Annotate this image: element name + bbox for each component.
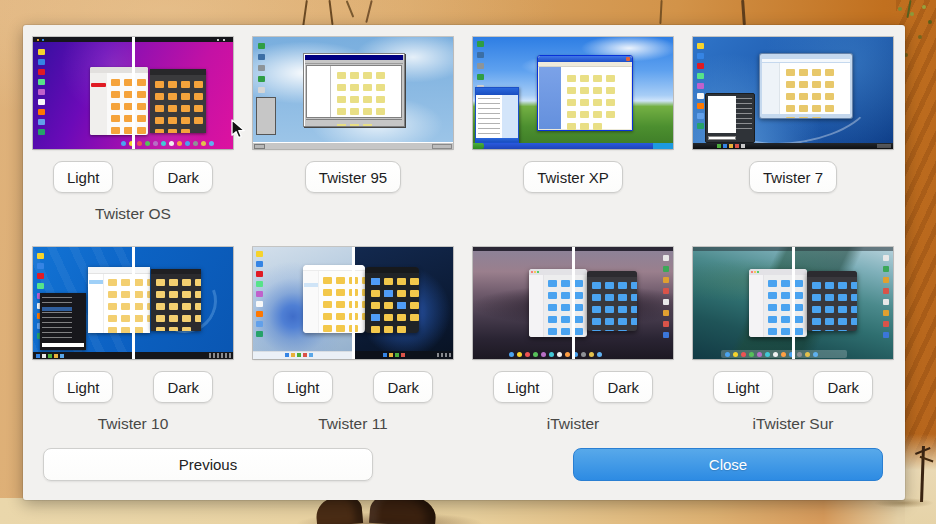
light-button[interactable]: Light bbox=[53, 371, 114, 403]
taskbar bbox=[253, 142, 453, 149]
variant-buttons: Twister 7 bbox=[693, 161, 893, 193]
window-titlebar bbox=[807, 271, 857, 277]
twig bbox=[302, 0, 308, 27]
theme-name-label: Twister 10 bbox=[33, 415, 233, 435]
light-button[interactable]: Light bbox=[713, 371, 774, 403]
variant-buttons: Light Dark bbox=[33, 161, 233, 193]
dark-button[interactable]: Dark bbox=[593, 371, 653, 403]
theme-tile-twister-7: Twister 7 bbox=[693, 37, 893, 193]
folder-grid bbox=[156, 279, 165, 286]
window-titlebar bbox=[151, 269, 201, 274]
selected-item-highlight bbox=[89, 280, 103, 284]
theme-name-label: Twister OS bbox=[33, 205, 233, 225]
theme-switcher-dialog: Light Dark Twister OS Twist bbox=[23, 25, 905, 500]
theme-tile-itwister: Light Dark iTwister bbox=[473, 247, 673, 435]
folder-tree-pane bbox=[307, 66, 331, 117]
theme-preview-twister-11 bbox=[253, 247, 453, 359]
variant-buttons: Twister XP bbox=[473, 161, 673, 193]
theme-preview-twister-95 bbox=[253, 37, 453, 149]
finder-window-dark bbox=[587, 271, 637, 331]
light-button[interactable]: Light bbox=[53, 161, 114, 193]
dark-button[interactable]: Dark bbox=[373, 371, 433, 403]
previous-button[interactable]: Previous bbox=[43, 448, 373, 481]
start-button bbox=[254, 144, 265, 149]
folder-grid bbox=[812, 282, 821, 289]
theme-tile-itwister-sur: Light Dark iTwister Sur bbox=[693, 247, 893, 435]
window-body bbox=[539, 67, 631, 129]
desktop-icons bbox=[37, 253, 44, 259]
traffic-light-buttons bbox=[751, 271, 753, 273]
light-button[interactable]: Light bbox=[273, 371, 334, 403]
start-menu-right-column bbox=[502, 95, 518, 138]
mouse-cursor-icon bbox=[230, 119, 246, 144]
app-tiles bbox=[371, 278, 380, 285]
taskbar-icons bbox=[383, 353, 387, 357]
dock-icons bbox=[725, 352, 730, 357]
taskbar bbox=[693, 143, 893, 149]
start-menu-footer bbox=[476, 138, 518, 142]
file-manager-window-dark bbox=[365, 267, 419, 333]
start-menu-search bbox=[42, 343, 84, 347]
theme-tile-twister-xp: Twister XP bbox=[473, 37, 673, 193]
dark-button[interactable]: Dark bbox=[153, 161, 213, 193]
close-button[interactable]: Close bbox=[573, 448, 883, 481]
panel-icons bbox=[37, 39, 39, 41]
variant-buttons: Light Dark bbox=[693, 371, 893, 403]
theme-preview-itwister bbox=[473, 247, 673, 359]
variant-buttons: Light Dark bbox=[33, 371, 233, 403]
dark-button[interactable]: Dark bbox=[153, 371, 213, 403]
start-menu bbox=[256, 97, 276, 135]
navigation-pane bbox=[762, 63, 780, 114]
light-button[interactable]: Light bbox=[493, 371, 554, 403]
selected-item-highlight bbox=[91, 83, 106, 87]
address-bar bbox=[762, 59, 850, 62]
folder-grid bbox=[592, 282, 601, 289]
dock-icons bbox=[509, 352, 514, 357]
taskbar-icons bbox=[717, 144, 721, 148]
file-manager-window bbox=[537, 55, 633, 131]
start-menu-right-column bbox=[736, 98, 752, 133]
split-divider bbox=[132, 37, 135, 149]
taskbar-light bbox=[253, 351, 353, 359]
taskbar-clock bbox=[877, 144, 891, 148]
task-pane bbox=[539, 67, 561, 129]
window-titlebar bbox=[150, 69, 206, 75]
variant-buttons: Light Dark bbox=[253, 371, 453, 403]
folder-grid bbox=[786, 69, 795, 76]
dark-button[interactable]: Dark bbox=[813, 371, 873, 403]
theme-preview-twister-10 bbox=[33, 247, 233, 359]
twister-95-button[interactable]: Twister 95 bbox=[305, 161, 401, 193]
start-menu-left-column bbox=[478, 98, 500, 136]
desktop-icons bbox=[697, 43, 704, 49]
twister-xp-button[interactable]: Twister XP bbox=[523, 161, 623, 193]
twister-7-button[interactable]: Twister 7 bbox=[749, 161, 837, 193]
selected-item-highlight bbox=[304, 283, 318, 287]
file-manager-window bbox=[759, 53, 853, 119]
desktop-icons-right bbox=[883, 255, 889, 261]
desktop-icons bbox=[477, 41, 484, 47]
window-menubar bbox=[305, 60, 403, 64]
theme-name-label: iTwister bbox=[473, 415, 673, 435]
split-divider bbox=[132, 247, 135, 359]
search-box bbox=[708, 136, 736, 140]
folder-grid bbox=[323, 277, 332, 284]
navigation-pane bbox=[303, 271, 319, 333]
theme-tile-twister-10: Light Dark Twister 10 bbox=[33, 247, 233, 435]
start-menu-header bbox=[476, 88, 518, 95]
theme-tile-twister-95: Twister 95 bbox=[253, 37, 453, 193]
theme-preview-twister-7 bbox=[693, 37, 893, 149]
variant-buttons: Light Dark bbox=[473, 371, 673, 403]
taskbar-clock bbox=[209, 353, 231, 358]
folder-grid bbox=[337, 72, 346, 79]
file-manager-window bbox=[303, 53, 405, 127]
theme-name-label: iTwister Sur bbox=[693, 415, 893, 435]
start-menu bbox=[705, 93, 755, 143]
dock-icons bbox=[121, 141, 126, 146]
system-tray bbox=[432, 144, 452, 149]
start-menu bbox=[475, 87, 519, 143]
file-manager-window-light bbox=[90, 67, 148, 135]
taskbar-icons bbox=[285, 353, 289, 357]
desktop-icons bbox=[38, 49, 45, 55]
start-button bbox=[473, 143, 484, 149]
finder-sidebar bbox=[749, 275, 764, 337]
